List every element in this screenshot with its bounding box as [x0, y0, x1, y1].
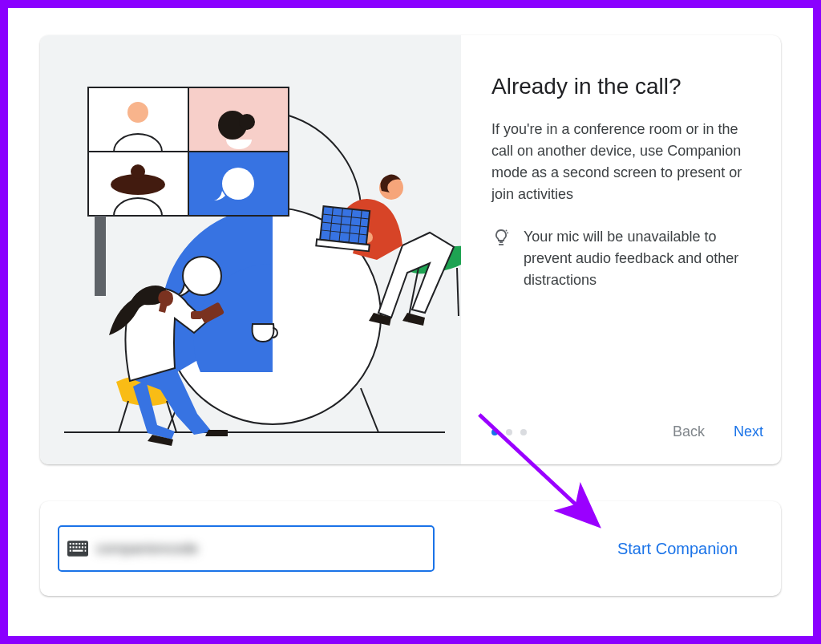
svg-line-3: [361, 388, 378, 432]
svg-point-14: [222, 168, 254, 200]
carousel-dot-2[interactable]: [506, 429, 512, 435]
companion-illustration: [40, 35, 461, 464]
svg-rect-42: [70, 546, 71, 548]
carousel-nav: Back Next: [669, 419, 766, 445]
back-button[interactable]: Back: [669, 419, 708, 445]
svg-rect-45: [79, 546, 80, 548]
companion-info-card: Already in the call? If you're in a conf…: [40, 35, 781, 464]
svg-rect-20: [191, 311, 202, 319]
svg-rect-38: [75, 543, 77, 545]
carousel-footer: Back Next: [491, 403, 766, 445]
svg-rect-48: [70, 550, 71, 552]
carousel-dot-1[interactable]: [491, 429, 498, 435]
companion-code-input[interactable]: [88, 527, 425, 570]
lightbulb-icon: [491, 228, 511, 247]
svg-rect-26: [320, 206, 370, 245]
info-heading: Already in the call?: [491, 74, 766, 99]
companion-code-input-wrap[interactable]: [58, 525, 435, 572]
svg-rect-50: [85, 550, 87, 552]
svg-rect-40: [82, 543, 83, 545]
svg-rect-47: [85, 546, 87, 548]
carousel-dots: [491, 429, 527, 435]
svg-point-6: [127, 102, 148, 123]
info-description: If you're in a conference room or in the…: [491, 119, 756, 205]
svg-line-17: [119, 401, 128, 432]
svg-rect-39: [79, 543, 80, 545]
svg-point-12: [131, 164, 145, 179]
svg-rect-15: [95, 216, 106, 296]
svg-line-23: [457, 268, 459, 316]
mic-tip-text: Your mic will be unavailable to prevent …: [524, 226, 764, 291]
svg-rect-46: [82, 546, 83, 548]
companion-entry-card: Start Companion: [40, 501, 781, 596]
svg-rect-43: [73, 546, 75, 548]
keyboard-icon: [67, 541, 88, 557]
svg-rect-49: [73, 550, 83, 552]
svg-point-9: [239, 114, 255, 130]
start-companion-button[interactable]: Start Companion: [614, 532, 741, 566]
svg-rect-44: [75, 546, 77, 548]
illustration-panel: [40, 35, 461, 464]
svg-rect-36: [70, 543, 71, 545]
svg-rect-37: [73, 543, 75, 545]
mic-tip-row: Your mic will be unavailable to prevent …: [491, 226, 766, 291]
carousel-dot-3[interactable]: [520, 429, 527, 435]
info-content: Already in the call? If you're in a conf…: [461, 35, 781, 464]
svg-rect-41: [85, 543, 87, 545]
next-button[interactable]: Next: [730, 419, 766, 445]
